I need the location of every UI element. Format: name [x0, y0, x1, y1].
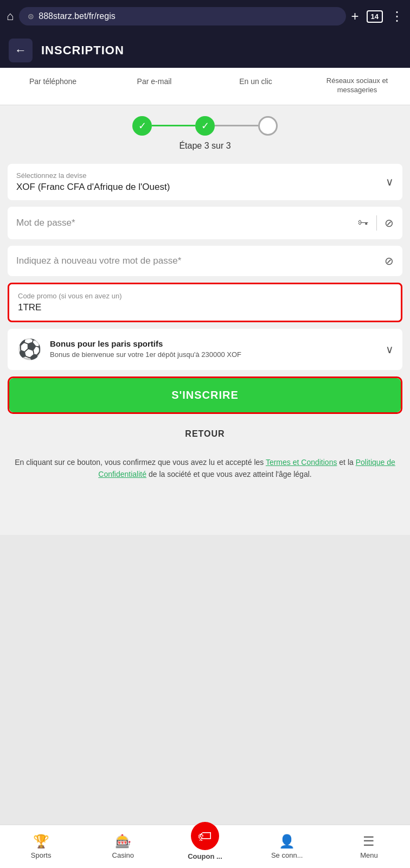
terms-link[interactable]: Termes et Conditions	[266, 458, 337, 467]
legal-text: En cliquant sur ce bouton, vous confirme…	[8, 456, 402, 524]
line-1	[152, 125, 195, 126]
home-icon[interactable]: ⌂	[7, 9, 14, 23]
tab-social[interactable]: Réseaux sociaux et messageries	[306, 68, 408, 105]
promo-field-wrapper: Code promo (si vous en avez un) 1TRE	[8, 283, 402, 322]
bonus-title: Bonus pour les paris sportifs	[50, 339, 378, 348]
menu-icon: ☰	[363, 834, 375, 849]
confirm-password-icons: ⊘	[385, 254, 394, 267]
tab-oneclick[interactable]: En un clic	[205, 68, 306, 105]
bonus-card[interactable]: ⚽ Bonus pour les paris sportifs Bonus de…	[8, 329, 402, 370]
main-content: ✓ ✓ Étape 3 sur 3 Sélectionnez la devise…	[0, 105, 410, 535]
nav-coupon-label: Coupon ...	[188, 852, 222, 860]
tab-phone[interactable]: Par téléphone	[2, 68, 104, 105]
nav-coupon[interactable]: 🏷 Coupon ...	[164, 825, 246, 868]
step-3	[258, 116, 278, 136]
url-bar[interactable]: ⊜ 888starz.bet/fr/regis	[19, 7, 345, 25]
password-field[interactable]: Mot de passe* 🗝 ⊘	[8, 207, 402, 239]
currency-label: Sélectionnez la devise	[16, 171, 386, 180]
legal-end: de la société et que vous avez atteint l…	[146, 470, 312, 478]
confirm-password-toggle-icon[interactable]: ⊘	[385, 254, 394, 267]
nav-casino[interactable]: 🎰 Casino	[82, 825, 164, 868]
steps-row: ✓ ✓	[132, 116, 278, 136]
url-text: 888starz.bet/fr/regis	[39, 11, 115, 21]
step-label: Étape 3 sur 3	[179, 141, 230, 151]
nav-menu-label: Menu	[360, 851, 378, 859]
confirm-password-field[interactable]: Indiquez à nouveau votre mot de passe* ⊘	[8, 246, 402, 276]
bonus-chevron-icon: ∨	[386, 343, 394, 356]
promo-value: 1TRE	[18, 302, 392, 313]
login-icon: 👤	[279, 834, 295, 849]
line-2	[215, 125, 258, 126]
browser-actions: + 14 ⋮	[351, 9, 403, 24]
confirm-password-label: Indiquez à nouveau votre mot de passe*	[16, 256, 181, 266]
coupon-icon-wrapper: 🏷	[191, 822, 219, 850]
soccer-icon: ⚽	[16, 336, 42, 362]
currency-field[interactable]: Sélectionnez la devise XOF (Franc CFA d'…	[8, 164, 402, 200]
progress-steps: ✓ ✓ Étape 3 sur 3	[8, 116, 402, 151]
tab-count[interactable]: 14	[367, 10, 383, 23]
register-button-wrapper: S'INSCRIRE	[8, 376, 402, 414]
step-2: ✓	[195, 116, 215, 136]
bonus-text: Bonus pour les paris sportifs Bonus de b…	[50, 339, 378, 360]
legal-and: et la	[337, 458, 355, 467]
browser-bar: ⌂ ⊜ 888starz.bet/fr/regis + 14 ⋮	[0, 0, 410, 33]
register-button[interactable]: S'INSCRIRE	[9, 378, 401, 412]
legal-text-start: En cliquant sur ce bouton, vous confirme…	[15, 458, 266, 467]
currency-value: XOF (Franc CFA d'Afrique de l'Ouest)	[16, 182, 386, 193]
nav-menu[interactable]: ☰ Menu	[328, 825, 410, 868]
password-icons: 🗝 ⊘	[358, 215, 394, 231]
registration-tabs: Par téléphone Par e-mail En un clic Rése…	[0, 68, 410, 105]
coupon-icon: 🏷	[198, 828, 212, 845]
bottom-nav: 🏆 Sports 🎰 Casino 🏷 Coupon ... 👤 Se conn…	[0, 825, 410, 868]
nav-sports-label: Sports	[31, 851, 52, 859]
password-toggle-icon[interactable]: ⊘	[385, 216, 394, 229]
add-tab-icon[interactable]: +	[351, 9, 359, 24]
casino-icon: 🎰	[115, 834, 131, 849]
nav-casino-label: Casino	[112, 851, 134, 859]
currency-field-inner: Sélectionnez la devise XOF (Franc CFA d'…	[16, 171, 386, 193]
back-text-button[interactable]: RETOUR	[8, 420, 402, 448]
bonus-desc: Bonus de bienvenue sur votre 1er dépôt j…	[50, 350, 378, 360]
nav-login-label: Se conn...	[271, 851, 303, 859]
field-divider	[376, 215, 377, 231]
site-icon: ⊜	[28, 12, 34, 21]
promo-label: Code promo (si vous en avez un)	[18, 292, 392, 300]
step-1: ✓	[132, 116, 152, 136]
currency-chevron-icon: ∨	[386, 175, 394, 188]
more-icon[interactable]: ⋮	[390, 9, 403, 24]
tab-email[interactable]: Par e-mail	[104, 68, 205, 105]
sports-icon: 🏆	[33, 834, 49, 849]
nav-login[interactable]: 👤 Se conn...	[246, 825, 328, 868]
nav-sports[interactable]: 🏆 Sports	[0, 825, 82, 868]
promo-field[interactable]: Code promo (si vous en avez un) 1TRE	[9, 284, 401, 321]
back-button[interactable]: ←	[9, 39, 33, 62]
page-title: INSCRIPTION	[41, 43, 124, 58]
key-icon: 🗝	[358, 216, 369, 229]
back-arrow-icon: ←	[15, 43, 27, 58]
app-header: ← INSCRIPTION	[0, 33, 410, 68]
password-label: Mot de passe*	[16, 218, 75, 228]
